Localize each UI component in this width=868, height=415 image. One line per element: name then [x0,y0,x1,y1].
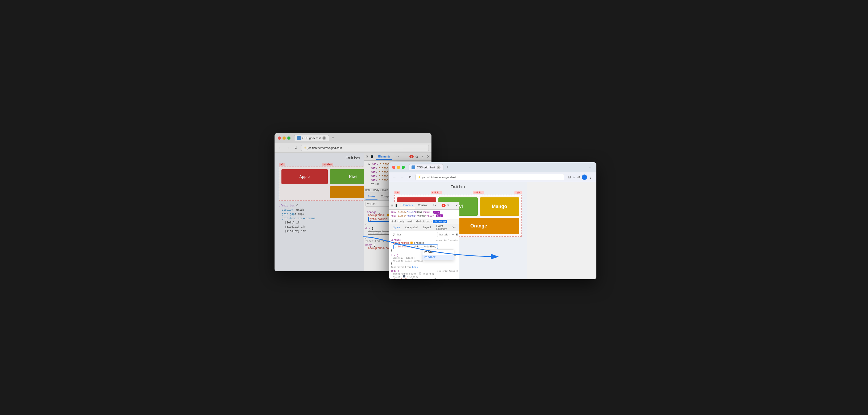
front-dropdown-icon[interactable]: ⌄ [589,165,592,169]
back-nav-reload[interactable]: ↺ [293,145,299,151]
front-autocomplete-dropdown[interactable]: middle1 middle2 [422,250,454,260]
front-devtools-device-icon[interactable]: 📱 [395,204,398,207]
front-html-mango: <div class="mango">Mango</div> flex [391,215,458,218]
front-tab-bar: CSS grid- fruit ✕ + [409,164,587,170]
front-devtools-tabs: ⚙ 📱 Elements Console >> 1 ⚙ ⋮ ✕ [389,202,459,210]
front-mango-cell: Mango [480,197,519,216]
front-kiwi-flex-badge: flex [433,211,440,214]
front-menu-icon[interactable]: ⋮ [589,175,592,179]
front-layout-tab[interactable]: Layout [421,225,433,230]
front-nav-forward[interactable]: → [400,174,405,180]
back-minimize-button[interactable] [282,136,286,140]
front-devtools-console-tab[interactable]: Console [416,203,430,208]
front-tab-favicon [411,165,415,169]
front-tab-close[interactable]: ✕ [437,165,440,169]
front-edit-icon[interactable]: ✏ [452,233,454,236]
front-hov-label[interactable]: :hov [439,233,443,236]
front-autocomplete-middle1[interactable]: middle1 [423,250,454,255]
back-new-tab-button[interactable]: + [331,135,336,141]
front-titlebar: CSS grid- fruit ✕ + ⌄ [389,162,596,172]
front-url: jec.fish/demo/css-grid-fruit [422,175,456,179]
front-cls-label[interactable]: .cls [444,233,448,236]
back-breadcrumb-body[interactable]: body [373,189,379,192]
front-traffic-lights [392,166,405,169]
front-minimize-button[interactable] [397,166,400,169]
front-cast-icon[interactable]: ⊡ [568,175,571,179]
front-html-tree: <div class="kiwi">Kiwi</div> flex <div c… [389,210,459,219]
front-bg-prop: background: orange; [394,242,424,245]
back-nav-forward[interactable]: → [285,145,291,151]
front-event-listeners-tab[interactable]: Event Listeners [434,223,449,232]
front-fruit-box-title: Fruit box [394,185,522,189]
back-lock-icon: ⚡ [304,146,307,149]
back-styles-tab[interactable]: Styles [366,194,378,199]
back-traffic-lights [278,136,290,140]
front-devtools-more-tab[interactable]: >> [431,203,438,208]
front-autocomplete-middle2[interactable]: middle2 [423,255,454,260]
front-plus-icon[interactable]: + [449,233,451,236]
front-label-left: left [394,191,400,194]
back-devtools-device-icon[interactable]: 📱 [370,155,374,158]
front-filter-row: ▽ :hov .cls + ✏ ⊞ [389,231,459,238]
front-more-styles-tab[interactable]: >> [451,225,458,230]
front-bookmark-icon[interactable]: ☆ [572,175,576,179]
front-grid-labels: left middle1 middle2 right [394,191,522,194]
back-devtools-elements-tab[interactable]: Elements [376,154,393,160]
front-styles-tabs: Styles Computed Layout Event Listeners >… [389,224,459,231]
back-devtools-menu-icon[interactable]: ⋮ [421,154,425,159]
front-breadcrumb-fruit-box[interactable]: div.fruit-box [416,220,430,223]
front-breadcrumb-html[interactable]: html [391,220,396,223]
back-maximize-button[interactable] [287,136,290,140]
front-tab-label: CSS grid- fruit [417,166,435,169]
front-styles-tab[interactable]: Styles [391,225,402,230]
front-devtools-close-icon[interactable]: ✕ [456,204,458,207]
back-devtools-more-tab[interactable]: >> [394,154,401,160]
front-label-right: right [515,191,522,194]
back-close-button[interactable] [278,136,281,140]
scene: CSS grid- fruit ✕ + ← → ↺ ⚡ jec.fish/dem… [275,133,594,282]
back-breadcrumb-main[interactable]: main [382,189,388,192]
back-address-field[interactable]: ⚡ jec.fish/demo/css-grid-fruit [301,145,429,151]
tab-favicon [297,136,301,140]
front-inherited-label: Inherited from body [391,266,458,269]
front-profile-icon[interactable] [582,174,587,180]
front-breadcrumb-body[interactable]: body [399,220,405,223]
front-filter-input[interactable] [396,233,436,236]
back-tab-label: CSS grid- fruit [303,136,321,140]
back-addressbar: ← → ↺ ⚡ jec.fish/demo/css-grid-fruit [275,143,432,153]
front-computed-tab[interactable]: Computed [403,225,420,230]
back-gear-icon[interactable]: ⚙ [415,155,419,159]
front-css-file-body: css-grid-fruit:3 [437,270,458,273]
front-devtools-menu-icon[interactable]: ⋮ [452,204,454,207]
front-grid-column-highlighted[interactable]: grid-column: middle1/middle2; [391,245,458,249]
back-devtools-inspect-icon[interactable]: ⚙ [366,155,368,158]
back-filter-funnel-icon: ▽ [367,203,370,205]
back-apple-cell: Apple [281,169,328,184]
back-error-badge: 1 [409,155,413,158]
front-devtools-inspect-icon[interactable]: ⚙ [391,204,393,207]
front-label-middle2: middle2 [473,191,484,194]
front-css-file-1: css-grid-fruit:11 [436,239,458,242]
front-filter-bar: ▽ [391,232,438,237]
front-breadcrumb-orange[interactable]: div.orange [433,220,447,223]
front-view-icon[interactable]: ⊞ [456,233,458,236]
back-breadcrumb-html[interactable]: html [366,189,371,192]
back-devtools-close-icon[interactable]: ✕ [427,154,430,159]
front-body-rule: body { css-grid-fruit:3 background-color… [391,270,458,279]
front-nav-back[interactable]: ← [392,174,397,180]
back-label-left: left [279,163,285,166]
front-main-content: Fruit box left middle1 middle2 right App… [389,182,596,279]
back-nav-back[interactable]: ← [277,145,283,151]
front-new-tab-button[interactable]: + [445,164,450,170]
back-tab-close[interactable]: ✕ [322,136,326,140]
front-gear-icon[interactable]: ⚙ [446,204,451,208]
front-devtools-elements-tab[interactable]: Elements [400,203,415,208]
back-active-tab[interactable]: CSS grid- fruit ✕ [294,135,329,141]
front-close-button[interactable] [392,166,395,169]
front-active-tab[interactable]: CSS grid- fruit ✕ [409,164,443,170]
front-breadcrumb-main[interactable]: main [407,220,413,223]
front-maximize-button[interactable] [402,166,405,169]
front-address-field[interactable]: ⚡ jec.fish/demo/css-grid-fruit [415,174,564,180]
front-extensions-icon[interactable]: ⊕ [577,175,580,179]
front-nav-reload[interactable]: ↺ [407,174,413,180]
